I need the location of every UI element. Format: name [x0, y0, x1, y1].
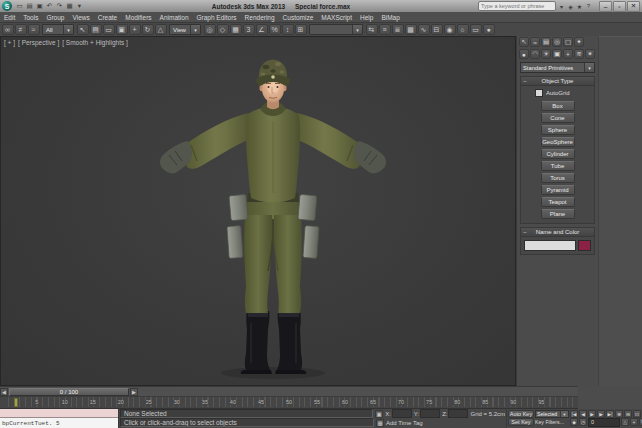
infocenter-search-input[interactable] — [478, 1, 556, 11]
tube-button[interactable]: Tube — [541, 161, 575, 171]
bind-to-spacewarp-icon[interactable]: ≈ — [28, 24, 40, 35]
key-filters-button[interactable]: Key Filters... — [535, 419, 569, 425]
maxscript-listener-field[interactable]: bpCurrentTuet. 5 — [0, 418, 118, 428]
menu-item[interactable]: Create — [94, 14, 122, 21]
time-tag-icon[interactable]: ▦ — [376, 419, 384, 427]
go-to-start-button[interactable]: |◀ — [570, 410, 578, 418]
viewport-menu-shading[interactable]: [ Smooth + Highlights ] — [62, 39, 128, 46]
zoom-all-icon[interactable]: ⊞ — [624, 410, 632, 418]
tab-utilities-icon[interactable]: ✦ — [574, 37, 584, 47]
qat-customize-icon[interactable]: ▾ — [75, 2, 84, 11]
object-name-field[interactable] — [524, 240, 576, 251]
use-pivot-point-center-icon[interactable]: ◎ — [204, 24, 216, 35]
new-scene-icon[interactable]: ▭ — [15, 2, 24, 11]
object-type-rollout-header[interactable]: − Object Type — [521, 77, 594, 86]
named-selection-sets-dropdown[interactable]: ▾ — [309, 24, 363, 35]
menu-item[interactable]: Tools — [19, 14, 42, 21]
menu-item[interactable]: Rendering — [241, 14, 279, 21]
x-coordinate-field[interactable] — [392, 409, 412, 418]
menu-item[interactable]: BiMap — [377, 14, 403, 21]
category-systems-icon[interactable]: ✶ — [585, 49, 595, 59]
undo-icon[interactable]: ↶ — [45, 2, 54, 11]
tab-create-icon[interactable]: ↖ — [519, 37, 529, 47]
previous-key-icon[interactable]: ◀ — [0, 388, 8, 396]
auto-key-button[interactable]: Auto Key — [508, 410, 534, 418]
autogrid-checkbox[interactable] — [535, 89, 543, 97]
macro-recorder-field[interactable] — [0, 409, 118, 418]
y-coordinate-field[interactable] — [420, 409, 440, 418]
manage-layers-icon[interactable]: ≣ — [392, 24, 404, 35]
tab-modify-icon[interactable]: ≈ — [530, 37, 540, 47]
key-filter-selection-dropdown[interactable]: Selected ▾ — [535, 410, 569, 418]
select-and-manipulate-icon[interactable]: ◇ — [217, 24, 229, 35]
save-file-icon[interactable]: ▣ — [35, 2, 44, 11]
project-folder-icon[interactable]: ▦ — [65, 2, 74, 11]
track-bar[interactable]: 5101520253035404550556065707580859095 — [0, 397, 578, 409]
tab-hierarchy-icon[interactable]: ▤ — [541, 37, 551, 47]
help-icon[interactable]: ? — [584, 2, 593, 11]
object-color-swatch[interactable] — [578, 240, 591, 251]
name-and-color-rollout-header[interactable]: − Name and Color — [521, 228, 594, 237]
rollout-collapse-icon[interactable]: − — [521, 78, 529, 84]
category-shapes-icon[interactable]: ◠ — [530, 49, 540, 59]
dropdown-arrow-icon[interactable]: ▾ — [584, 63, 594, 72]
selection-filter-dropdown[interactable]: All ▾ — [42, 24, 74, 35]
pyramid-button[interactable]: Pyramid — [541, 185, 575, 195]
open-file-icon[interactable]: ▤ — [25, 2, 34, 11]
category-cameras-icon[interactable]: ▣ — [552, 49, 562, 59]
current-frame-field[interactable] — [588, 418, 620, 427]
cone-button[interactable]: Cone — [541, 113, 575, 123]
application-menu-button[interactable]: S — [2, 1, 12, 11]
rectangular-selection-region-icon[interactable]: ▭ — [103, 24, 115, 35]
select-and-scale-icon[interactable]: △ — [155, 24, 167, 35]
percent-snap-icon[interactable]: % — [269, 24, 281, 35]
menu-item[interactable]: Group — [42, 14, 68, 21]
geosphere-button[interactable]: GeoSphere — [541, 137, 575, 147]
z-coordinate-field[interactable] — [448, 409, 468, 418]
communication-center-icon[interactable]: ◈ — [566, 2, 575, 11]
material-editor-icon[interactable]: ◉ — [444, 24, 456, 35]
box-button[interactable]: Box — [541, 101, 575, 111]
track-bar-frame-marker[interactable] — [14, 398, 18, 407]
viewport-menu-plus[interactable]: [ + ] — [4, 39, 15, 46]
previous-frame-button[interactable]: ◀ — [579, 410, 587, 418]
graphite-ribbon-icon[interactable]: ▩ — [405, 24, 417, 35]
key-mode-toggle-icon[interactable]: ◆ — [570, 418, 578, 426]
rendered-frame-window-icon[interactable]: ▭ — [470, 24, 482, 35]
category-spacewarps-icon[interactable]: ≋ — [574, 49, 584, 59]
menu-item[interactable]: Edit — [0, 14, 19, 21]
select-and-link-icon[interactable]: ∞ — [2, 24, 14, 35]
category-helpers-icon[interactable]: + — [563, 49, 573, 59]
favorites-icon[interactable]: ★ — [575, 2, 584, 11]
tab-display-icon[interactable]: ▢ — [563, 37, 573, 47]
restore-button[interactable]: ▫ — [613, 1, 626, 12]
zoom-extents-icon[interactable]: ⊡ — [633, 410, 641, 418]
curve-editor-icon[interactable]: ∿ — [418, 24, 430, 35]
character-model-soldier[interactable] — [1, 37, 517, 385]
dropdown-arrow-icon[interactable]: ▾ — [560, 411, 568, 417]
menu-item[interactable]: Views — [68, 14, 93, 21]
viewport-menu-view[interactable]: [ Perspective ] — [18, 39, 59, 46]
select-and-move-icon[interactable]: + — [129, 24, 141, 35]
teapot-button[interactable]: Teapot — [541, 197, 575, 207]
primitives-category-dropdown[interactable]: Standard Primitives ▾ — [520, 62, 595, 73]
menu-item[interactable]: Graph Editors — [193, 14, 241, 21]
category-geometry-icon[interactable]: ● — [519, 49, 529, 59]
mirror-icon[interactable]: ⇆ — [366, 24, 378, 35]
snaps-toggle-icon[interactable]: 3 — [243, 24, 255, 35]
minimize-button[interactable]: – — [599, 1, 612, 12]
angle-snap-icon[interactable]: ∠ — [256, 24, 268, 35]
field-of-view-icon[interactable]: △ — [621, 418, 629, 426]
keyboard-override-toggle-icon[interactable]: ▦ — [230, 24, 242, 35]
set-key-button[interactable]: Set Key — [508, 418, 534, 426]
tab-motion-icon[interactable]: ◎ — [552, 37, 562, 47]
redo-icon[interactable]: ↷ — [55, 2, 64, 11]
cylinder-button[interactable]: Cylinder — [541, 149, 575, 159]
selection-lock-icon[interactable]: ▣ — [375, 410, 383, 418]
render-setup-icon[interactable]: ☼ — [457, 24, 469, 35]
menu-item[interactable]: MAXScript — [317, 14, 356, 21]
search-icon[interactable]: ▾ — [557, 2, 566, 11]
schematic-view-icon[interactable]: ⊟ — [431, 24, 443, 35]
add-time-tag-button[interactable]: Add Time Tag — [386, 420, 423, 426]
sphere-button[interactable]: Sphere — [541, 125, 575, 135]
